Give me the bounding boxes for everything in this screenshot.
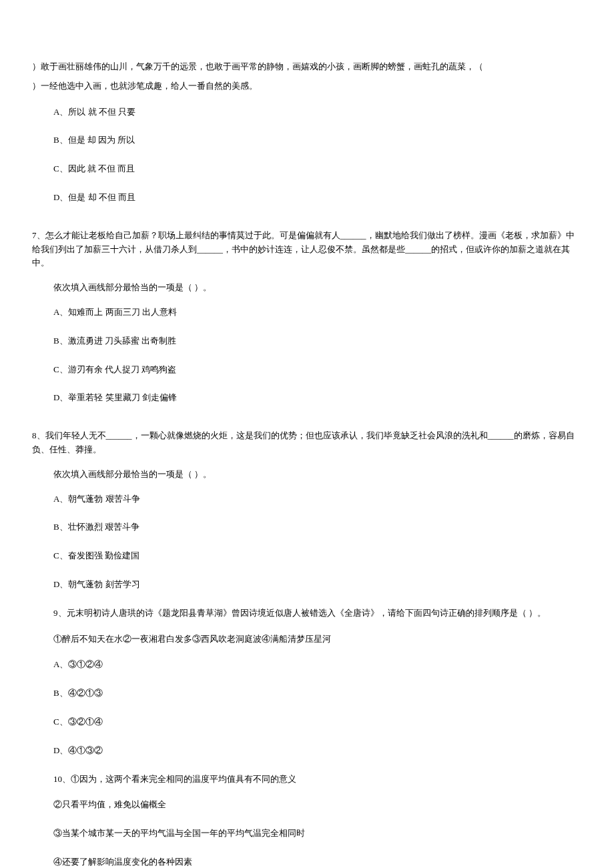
q6-option-a[interactable]: A、所以 就 不但 只要 xyxy=(53,105,614,119)
q7-option-b[interactable]: B、激流勇进 刀头舔蜜 出奇制胜 xyxy=(53,334,614,348)
q8-option-a[interactable]: A、朝气蓬勃 艰苦斗争 xyxy=(53,492,614,506)
q7-intro: 7、怎么才能让老板给自己加薪？职场上最纠结的事情莫过于此。可是偏偏就有人____… xyxy=(32,229,582,270)
q7-option-d[interactable]: D、举重若轻 笑里藏刀 剑走偏锋 xyxy=(53,391,614,405)
q10-item-4: ④还要了解影响温度变化的各种因素 xyxy=(53,855,614,868)
q6-intro-line1: ）敢于画壮丽雄伟的山川，气象万千的远景，也敢于画平常的静物，画嬉戏的小孩，画断脚… xyxy=(32,60,582,74)
q10-intro: 10、①因为，这两个看来完全相同的温度平均值具有不同的意义 xyxy=(53,773,614,787)
q7-option-a[interactable]: A、知难而上 两面三刀 出人意料 xyxy=(53,306,614,320)
q10-item-2: ②只看平均值，难免以偏概全 xyxy=(53,798,614,812)
q10-item-3: ③当某个城市某一天的平均气温与全国一年的平均气温完全相同时 xyxy=(53,827,614,841)
q9-option-c[interactable]: C、③②①④ xyxy=(53,715,614,729)
q8-intro: 8、我们年轻人无不______，一颗心就像燃烧的火炬，这是我们的优势；但也应该承… xyxy=(32,429,582,457)
q9-poem: ①醉后不知天在水②一夜湘君白发多③西风吹老洞庭波④满船清梦压星河 xyxy=(53,632,614,646)
q6-option-d[interactable]: D、但是 却 不但 而且 xyxy=(53,191,614,205)
q7-option-c[interactable]: C、游刃有余 代人捉刀 鸡鸣狗盗 xyxy=(53,363,614,377)
q9-intro: 9、元末明初诗人唐珙的诗《题龙阳县青草湖》曾因诗境近似唐人被错选入《全唐诗》，请… xyxy=(53,606,614,620)
q9-option-d[interactable]: D、④①③② xyxy=(53,744,614,758)
q6-option-b[interactable]: B、但是 却 因为 所以 xyxy=(53,133,614,147)
q8-prompt: 依次填入画线部分最恰当的一项是（ ）。 xyxy=(53,468,614,482)
q8-option-d[interactable]: D、朝气蓬勃 刻苦学习 xyxy=(53,578,614,592)
q9-option-a[interactable]: A、③①②④ xyxy=(53,658,614,672)
q7-prompt: 依次填入画线部分最恰当的一项是（ ）。 xyxy=(53,281,614,295)
q6-option-c[interactable]: C、因此 就 不但 而且 xyxy=(53,162,614,176)
q8-option-c[interactable]: C、奋发图强 勤俭建国 xyxy=(53,549,614,563)
q6-intro-line2: ）一经他选中入画，也就涉笔成趣，给人一番自然的美感。 xyxy=(32,79,582,93)
q8-option-b[interactable]: B、壮怀激烈 艰苦斗争 xyxy=(53,520,614,534)
q9-option-b[interactable]: B、④②①③ xyxy=(53,687,614,701)
